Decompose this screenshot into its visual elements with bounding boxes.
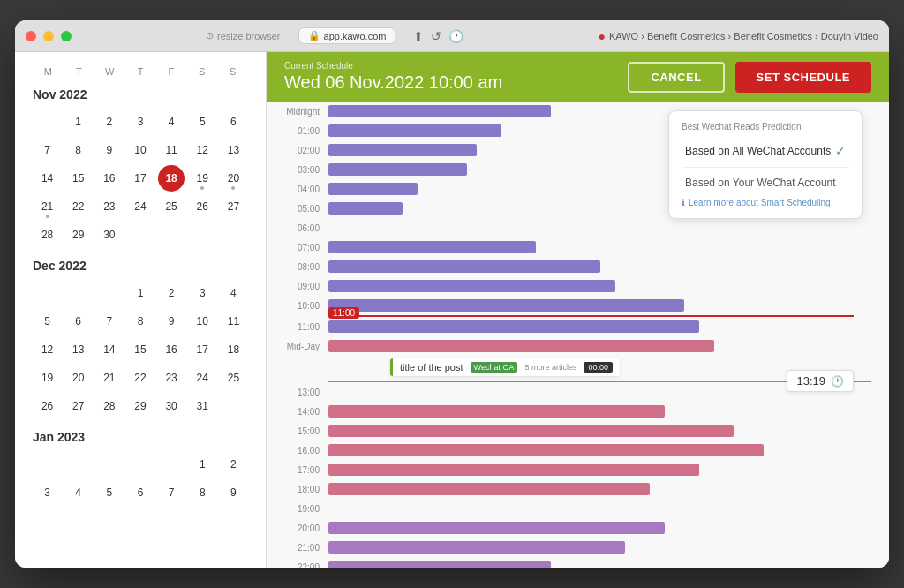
cal-day[interactable]: 6 — [65, 308, 92, 335]
cal-day[interactable]: 10 — [189, 308, 215, 335]
time-row[interactable]: 19:00 — [267, 499, 871, 518]
close-button[interactable] — [26, 31, 36, 41]
cal-day[interactable]: 2 — [220, 451, 246, 478]
time-row[interactable]: 22:00 — [267, 557, 871, 568]
cal-day[interactable]: 12 — [189, 137, 215, 163]
cal-day[interactable]: 15 — [127, 336, 154, 363]
cal-day[interactable]: 11 — [158, 137, 185, 163]
cal-day[interactable]: 29 — [65, 222, 92, 248]
cal-day[interactable]: 5 — [96, 479, 123, 506]
cal-day[interactable]: 17 — [127, 165, 154, 192]
cal-day[interactable]: 15 — [65, 165, 92, 192]
cal-day[interactable]: 7 — [96, 308, 123, 335]
time-label: 22:00 — [267, 562, 328, 569]
chart-bar — [328, 183, 418, 195]
time-row[interactable]: 21:00 — [267, 538, 871, 557]
prediction-option-personal[interactable]: Based on Your WeChat Account — [682, 171, 849, 194]
cal-day[interactable]: 20 — [220, 165, 246, 192]
cal-day[interactable]: 30 — [158, 393, 185, 419]
cal-day[interactable]: 7 — [34, 137, 61, 163]
cal-day[interactable]: 18 — [220, 336, 246, 363]
cal-day[interactable]: 14 — [34, 165, 61, 192]
cal-day[interactable]: 11 — [220, 308, 246, 335]
prediction-option-all[interactable]: Based on All WeChat Accounts ✓ — [682, 139, 849, 163]
cal-day[interactable]: 19 — [189, 165, 215, 192]
time-row[interactable]: 11:00 — [267, 317, 871, 336]
cal-day[interactable]: 1 — [189, 451, 215, 478]
cal-day[interactable]: 5 — [34, 308, 61, 335]
cal-day[interactable]: 14 — [96, 336, 123, 363]
cal-day[interactable]: 16 — [158, 336, 185, 363]
cal-day[interactable]: 25 — [158, 193, 185, 220]
cal-day[interactable]: 9 — [96, 137, 123, 163]
cal-day[interactable]: 29 — [127, 393, 154, 419]
post-card[interactable]: title of the postWechat OA5 more article… — [390, 358, 620, 376]
cal-day[interactable]: 23 — [96, 193, 123, 220]
cal-day[interactable]: 8 — [127, 308, 154, 335]
cal-day[interactable]: 3 — [34, 479, 61, 506]
cal-day[interactable]: 25 — [220, 365, 246, 391]
cal-day[interactable]: 3 — [189, 280, 215, 306]
cal-day[interactable]: 4 — [65, 479, 92, 506]
cal-day[interactable]: 13 — [65, 336, 92, 363]
cal-day[interactable]: 24 — [127, 193, 154, 220]
time-row[interactable]: 09:00 — [267, 276, 871, 296]
maximize-button[interactable] — [61, 31, 72, 41]
cal-day[interactable]: 27 — [65, 393, 92, 419]
time-row[interactable]: Mid-Day — [267, 336, 871, 356]
time-row[interactable]: 17:00 — [267, 460, 871, 479]
cal-day[interactable]: 9 — [158, 308, 185, 335]
cancel-button[interactable]: CANCEL — [628, 62, 724, 93]
cal-day[interactable]: 16 — [96, 165, 123, 192]
time-row[interactable]: 14:00 — [267, 402, 871, 421]
cal-day[interactable]: 27 — [220, 193, 246, 220]
cal-day[interactable]: 26 — [189, 193, 215, 220]
url-bar[interactable]: 🔒 app.kawo.com — [298, 27, 396, 44]
cal-day[interactable]: 21 — [34, 193, 61, 220]
set-schedule-button[interactable]: SET SCHEDULE — [735, 62, 871, 93]
cal-day[interactable]: 26 — [34, 393, 61, 419]
cal-day[interactable]: 10 — [127, 137, 154, 163]
time-row[interactable]: 20:00 — [267, 518, 871, 538]
time-row[interactable]: 06:00 — [267, 218, 871, 237]
cal-day[interactable]: 20 — [65, 365, 92, 391]
cal-day[interactable]: 30 — [96, 222, 123, 248]
cal-day[interactable]: 6 — [220, 109, 246, 135]
cal-day[interactable]: 2 — [96, 109, 123, 135]
cal-day[interactable]: 28 — [34, 222, 61, 248]
time-row[interactable]: 15:00 — [267, 421, 871, 441]
time-row[interactable]: 13:00 — [267, 382, 871, 402]
cal-day[interactable]: 1 — [65, 109, 92, 135]
cal-day[interactable]: 7 — [158, 479, 185, 506]
cal-day[interactable]: 21 — [96, 365, 123, 391]
time-row[interactable]: 16:00 — [267, 441, 871, 460]
cal-day[interactable]: 6 — [127, 479, 154, 506]
cal-day[interactable]: 2 — [158, 280, 185, 306]
minimize-button[interactable] — [43, 31, 54, 41]
cal-day[interactable]: 28 — [96, 393, 123, 419]
cal-day[interactable]: 24 — [189, 365, 215, 391]
cal-day[interactable]: 4 — [220, 280, 246, 306]
cal-day[interactable]: 23 — [158, 365, 185, 391]
cal-day[interactable]: 1 — [127, 280, 154, 306]
cal-day[interactable]: 3 — [127, 109, 154, 135]
cal-day[interactable]: 8 — [189, 479, 215, 506]
chart-area[interactable]: Best Wechat Reads Prediction Based on Al… — [267, 102, 889, 568]
cal-day[interactable]: 31 — [189, 393, 215, 419]
time-row[interactable]: 18:00 — [267, 479, 871, 499]
cal-day[interactable]: 22 — [127, 365, 154, 391]
cal-day[interactable]: 5 — [189, 109, 215, 135]
time-row[interactable]: 07:00 — [267, 237, 871, 257]
cal-day[interactable]: 19 — [34, 365, 61, 391]
cal-day[interactable]: 8 — [65, 137, 92, 163]
time-row[interactable]: 08:00 — [267, 257, 871, 276]
cal-day[interactable]: 22 — [65, 193, 92, 220]
cal-day[interactable]: 17 — [189, 336, 215, 363]
cal-day[interactable]: 12 — [34, 336, 61, 363]
wechat-badge: Wechat OA — [471, 362, 518, 373]
cal-day[interactable]: 4 — [158, 109, 185, 135]
learn-more-link[interactable]: ℹ Learn more about Smart Scheduling — [682, 198, 849, 207]
cal-day[interactable]: 9 — [220, 479, 246, 506]
cal-day[interactable]: 13 — [220, 137, 246, 163]
cal-day-selected[interactable]: 18 — [158, 165, 185, 192]
